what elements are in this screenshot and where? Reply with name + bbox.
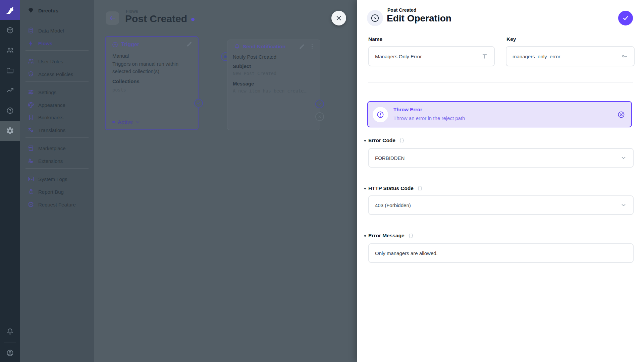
throw-error-banner[interactable]: Throw Error Throw an error in the reject…	[367, 101, 632, 127]
user-avatar-button[interactable]	[0, 344, 20, 362]
error-message-input[interactable]: Only managers are allowed.	[368, 243, 634, 263]
account-icon	[6, 349, 14, 357]
feature-badge-icon	[28, 201, 34, 208]
flow-status-toggle[interactable]: Active	[112, 119, 140, 125]
sidebar-item-extensions[interactable]: Extensions	[20, 155, 94, 167]
sidebar-item-report-bug[interactable]: Report Bug	[20, 185, 94, 198]
title-case-icon[interactable]	[481, 53, 488, 60]
braces-icon[interactable]	[417, 185, 423, 191]
chevron-down-icon	[620, 155, 627, 161]
insights-module-button[interactable]	[0, 80, 20, 101]
sidebar-item-marketplace[interactable]: Marketplace	[20, 142, 94, 155]
nav-divider	[25, 168, 89, 169]
docs-module-button[interactable]	[0, 101, 20, 121]
required-dot-icon	[364, 235, 366, 237]
sidebar-item-system-logs[interactable]: System Logs	[20, 173, 94, 185]
operation-reject-node[interactable]	[315, 112, 324, 121]
close-icon	[335, 14, 342, 22]
edit-operation-drawer: Post Created Edit Operation Name Manager…	[357, 0, 644, 362]
sidebar-item-request-feature[interactable]: Request Feature	[20, 198, 94, 211]
operation-menu-button[interactable]	[309, 43, 315, 50]
x-circle-icon	[317, 114, 322, 119]
module-bar-divider	[4, 343, 16, 343]
files-module-button[interactable]	[0, 60, 20, 80]
settings-module-button[interactable]	[0, 121, 20, 141]
bolt-circle-icon	[370, 13, 380, 23]
operation-name: Notify Post Created	[233, 54, 276, 60]
sidebar-item-settings[interactable]: Settings	[20, 86, 94, 99]
edit-trigger-button[interactable]	[186, 41, 193, 47]
content-module-button[interactable]	[0, 20, 20, 40]
sidebar-item-access-policies[interactable]: Access Policies	[20, 68, 94, 80]
save-button[interactable]	[618, 11, 633, 25]
translate-icon	[28, 127, 34, 133]
sidebar-item-translations[interactable]: Translations	[20, 124, 94, 136]
notifications-button[interactable]	[0, 322, 20, 342]
nav-divider	[25, 50, 89, 51]
shield-icon	[28, 71, 34, 77]
error-circle-icon	[373, 107, 388, 122]
bell-icon	[6, 328, 14, 336]
sidebar-item-user-roles[interactable]: User Roles	[20, 55, 94, 68]
braces-icon[interactable]	[408, 233, 414, 239]
error-code-label: Error Code	[368, 137, 405, 143]
project-name: Directus	[38, 8, 58, 13]
dot-circle-icon	[224, 55, 227, 58]
operation-resolve-node[interactable]	[315, 100, 324, 108]
directus-logo[interactable]	[0, 0, 20, 20]
edit-operation-button[interactable]	[299, 43, 305, 50]
error-code-select[interactable]: FORBIDDEN	[368, 148, 634, 168]
trigger-resolve-node[interactable]	[194, 99, 203, 108]
sidebar-item-data-model[interactable]: Data Model	[20, 24, 94, 37]
collections-value: posts	[112, 87, 126, 93]
bookmark-icon	[28, 114, 34, 121]
key-label: Key	[506, 36, 516, 42]
form-divider	[368, 82, 633, 83]
gear-icon	[6, 127, 14, 135]
trending-icon	[6, 86, 14, 95]
deselect-icon[interactable]	[617, 111, 625, 119]
drawer-close-button[interactable]	[331, 11, 346, 25]
bolt-icon	[28, 40, 34, 47]
users-module-button[interactable]	[0, 40, 20, 60]
key-icon	[621, 53, 628, 60]
unsaved-dot-icon	[191, 18, 195, 21]
collections-label: Collections	[112, 78, 140, 84]
check-circle-icon	[317, 101, 322, 107]
chevron-down-icon	[136, 120, 140, 124]
directus-app: Directus Data Model Flows User Roles Acc…	[0, 0, 644, 362]
name-label: Name	[368, 36, 382, 42]
user-roles-icon	[28, 58, 34, 65]
extension-icon	[28, 158, 34, 164]
sidebar-item-appearance[interactable]: Appearance	[20, 99, 94, 111]
module-bar	[0, 0, 20, 362]
sidebar-item-flows[interactable]: Flows	[20, 37, 94, 50]
pencil-icon	[299, 43, 305, 50]
braces-icon[interactable]	[399, 137, 405, 143]
project-chip[interactable]: Directus	[20, 4, 94, 17]
name-input[interactable]: Managers Only Error	[368, 46, 495, 66]
operation-card-send-notification[interactable]: Send Notification Notify Post Created Su…	[227, 40, 320, 130]
drawer-title: Edit Operation	[387, 13, 451, 24]
http-status-select[interactable]: 403 (Forbidden)	[368, 195, 634, 215]
http-status-label: HTTP Status Code	[368, 185, 423, 191]
key-input[interactable]: managers_only_error	[506, 46, 635, 66]
trigger-description: Triggers on manual run within selected c…	[112, 60, 193, 75]
check-circle-icon	[196, 101, 201, 106]
pencil-icon	[186, 41, 193, 47]
palette-icon	[28, 102, 34, 108]
drawer-context: Post Created	[387, 7, 416, 13]
help-icon	[6, 107, 14, 115]
required-dot-icon	[364, 140, 366, 141]
terminal-icon	[28, 176, 34, 182]
subject-value: New Post Created	[233, 71, 311, 76]
trigger-card[interactable]: Trigger Manual Triggers on manual run wi…	[105, 36, 199, 130]
chevron-down-icon	[620, 202, 627, 208]
operation-type-badge	[367, 10, 383, 26]
status-label: Active	[118, 119, 133, 125]
flow-canvas[interactable]: Flows Post Created Trigger Manual Trigge…	[94, 0, 357, 362]
required-dot-icon	[364, 188, 366, 189]
sidebar-item-bookmarks[interactable]: Bookmarks	[20, 111, 94, 124]
message-label: Message	[233, 81, 254, 86]
back-button[interactable]	[106, 11, 119, 25]
